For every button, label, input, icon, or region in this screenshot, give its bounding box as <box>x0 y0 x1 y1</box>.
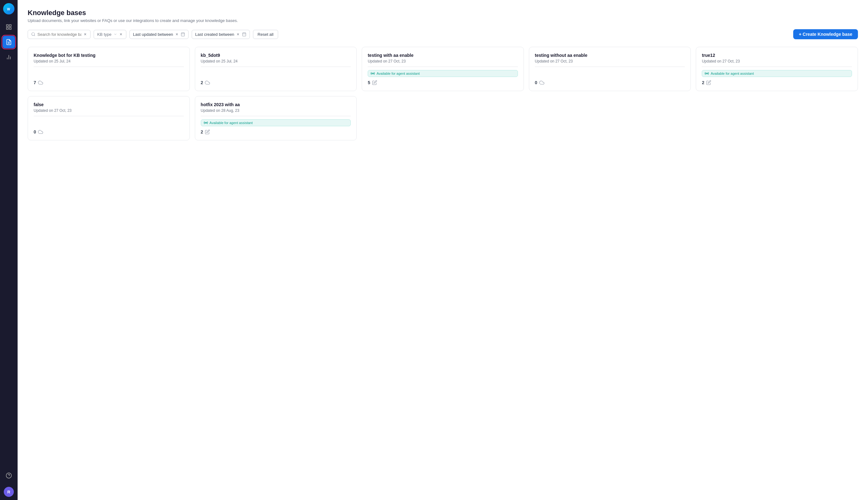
kb-card-count: 2 <box>201 80 351 85</box>
kb-card[interactable]: hotfix 2023 with aa Updated on 28 Aug, 2… <box>195 96 357 140</box>
svg-point-25 <box>205 122 207 123</box>
kb-card[interactable]: testing with aa enable Updated on 27 Oct… <box>362 47 524 91</box>
last-created-label: Last created between <box>195 32 234 37</box>
kb-card-date: Updated on 27 Oct, 23 <box>34 109 184 113</box>
kb-card-count: 7 <box>34 80 184 85</box>
sidebar-item-grid[interactable] <box>2 21 15 33</box>
aa-badge-label: Available for agent assistant <box>711 72 754 75</box>
chevron-down-icon <box>113 32 117 36</box>
agent-assistant-icon <box>704 71 709 76</box>
sidebar-bottom: R <box>2 469 15 497</box>
kb-card-divider <box>201 67 351 67</box>
kb-card-title: Knowledge bot for KB testing <box>34 53 184 58</box>
aa-badge-label: Available for agent assistant <box>210 121 253 125</box>
count-value: 2 <box>702 80 704 85</box>
cards-grid: Knowledge bot for KB testing Updated on … <box>27 47 858 140</box>
kb-card-date: Updated on 27 Oct, 23 <box>535 59 685 64</box>
kb-card-count: 0 <box>34 129 184 134</box>
app-logo[interactable]: W <box>3 3 14 14</box>
svg-line-14 <box>34 35 35 36</box>
kb-card-date: Updated on 27 Oct, 23 <box>368 59 518 64</box>
svg-rect-19 <box>242 33 246 36</box>
filter-bar: × KB type × Last updated between × Last … <box>27 29 858 39</box>
create-knowledge-base-button[interactable]: + Create Knowledge base <box>793 29 858 39</box>
page-title: Knowledge bases <box>27 9 858 17</box>
search-icon <box>31 32 35 36</box>
calendar-icon-2 <box>242 32 246 36</box>
count-value: 2 <box>201 80 203 85</box>
kb-type-clear-button[interactable]: × <box>119 32 123 36</box>
svg-point-23 <box>372 73 373 74</box>
svg-rect-2 <box>7 25 9 27</box>
main-content: Knowledge bases Upload documents, link y… <box>18 0 868 500</box>
kb-card-divider <box>702 67 852 67</box>
last-created-filter[interactable]: Last created between × <box>192 30 250 39</box>
kb-card-divider <box>34 67 184 67</box>
reset-all-button[interactable]: Reset all <box>253 30 278 39</box>
aa-badge: Available for agent assistant <box>368 70 518 77</box>
kb-card-date: Updated on 25 Jul, 24 <box>34 59 184 64</box>
kb-card[interactable]: kb_5dot9 Updated on 25 Jul, 24 2 <box>195 47 357 91</box>
kb-card[interactable]: testing without aa enable Updated on 27 … <box>529 47 691 91</box>
last-updated-label: Last updated between <box>133 32 173 37</box>
kb-card-date: Updated on 28 Aug, 23 <box>201 109 351 113</box>
kb-card-title: hotfix 2023 with aa <box>201 102 351 107</box>
avatar[interactable]: R <box>4 487 14 497</box>
svg-point-13 <box>32 33 35 35</box>
aa-badge: Available for agent assistant <box>201 120 351 126</box>
kb-card-count: 5 <box>368 80 518 85</box>
sidebar-item-reports[interactable] <box>2 51 15 64</box>
svg-point-24 <box>706 73 708 74</box>
search-filter[interactable]: × <box>27 30 90 39</box>
edit-icon <box>205 129 210 134</box>
kb-card-title: testing with aa enable <box>368 53 518 58</box>
cloud-icon <box>205 80 210 85</box>
kb-card-count: 2 <box>702 80 852 85</box>
kb-card-divider <box>201 116 351 116</box>
kb-card-title: false <box>34 102 184 107</box>
aa-badge: Available for agent assistant <box>702 70 852 77</box>
svg-text:W: W <box>7 8 10 11</box>
last-created-clear-button[interactable]: × <box>236 32 240 36</box>
svg-rect-5 <box>9 27 11 30</box>
count-value: 5 <box>368 80 370 85</box>
sidebar-item-knowledge[interactable] <box>2 36 15 48</box>
kb-card-title: kb_5dot9 <box>201 53 351 58</box>
kb-card[interactable]: false Updated on 27 Oct, 23 0 <box>27 96 190 140</box>
kb-card-date: Updated on 27 Oct, 23 <box>702 59 852 64</box>
kb-card-title: true12 <box>702 53 852 58</box>
calendar-icon <box>181 32 185 36</box>
count-value: 0 <box>34 129 36 134</box>
edit-icon <box>706 80 711 85</box>
agent-assistant-icon <box>204 121 208 125</box>
kb-type-filter[interactable]: KB type × <box>94 30 126 39</box>
last-updated-filter[interactable]: Last updated between × <box>130 30 189 39</box>
edit-icon <box>372 80 377 85</box>
sidebar: W R <box>0 0 18 500</box>
cloud-icon <box>38 129 43 134</box>
search-input[interactable] <box>37 32 81 37</box>
sidebar-item-help[interactable] <box>2 469 15 482</box>
svg-rect-15 <box>181 33 185 36</box>
kb-card-divider <box>34 116 184 116</box>
kb-card-date: Updated on 25 Jul, 24 <box>201 59 351 64</box>
last-updated-clear-button[interactable]: × <box>175 32 179 36</box>
agent-assistant-icon <box>370 71 375 76</box>
cloud-icon <box>539 80 544 85</box>
kb-card-title: testing without aa enable <box>535 53 685 58</box>
kb-card-count: 2 <box>201 129 351 134</box>
kb-card-divider <box>535 67 685 67</box>
aa-badge-label: Available for agent assistant <box>377 72 420 75</box>
count-value: 7 <box>34 80 36 85</box>
search-clear-button[interactable]: × <box>83 32 87 36</box>
cloud-icon <box>38 80 43 85</box>
count-value: 2 <box>201 129 203 134</box>
kb-card[interactable]: true12 Updated on 27 Oct, 23 Available f… <box>696 47 858 91</box>
svg-rect-4 <box>7 27 9 30</box>
kb-card-count: 0 <box>535 80 685 85</box>
kb-card[interactable]: Knowledge bot for KB testing Updated on … <box>27 47 190 91</box>
count-value: 0 <box>535 80 537 85</box>
kb-type-label: KB type <box>97 32 112 37</box>
svg-rect-3 <box>9 25 11 27</box>
kb-card-divider <box>368 67 518 67</box>
